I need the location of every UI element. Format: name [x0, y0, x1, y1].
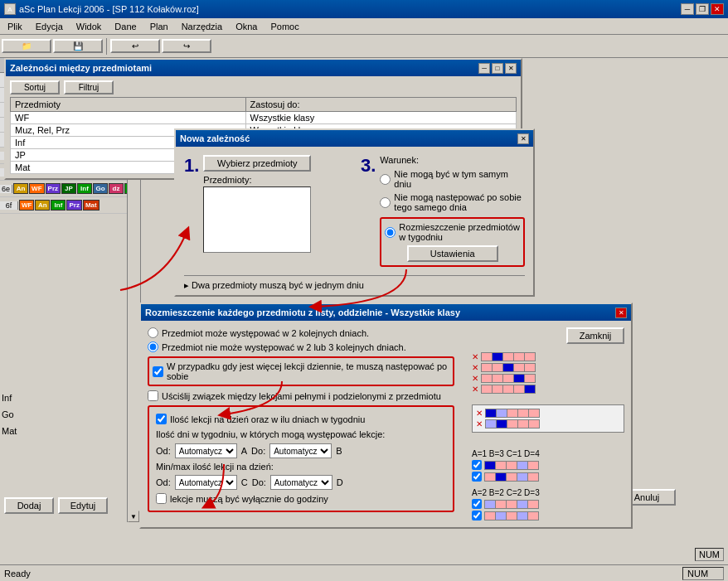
subject-box[interactable]: dz — [109, 183, 124, 194]
menu-edycja[interactable]: Edycja — [32, 21, 66, 32]
bot-check-3[interactable] — [472, 499, 482, 509]
dep-minimize[interactable]: ─ — [478, 63, 490, 74]
roz-radio2-input[interactable] — [148, 341, 158, 352]
dep-maximize[interactable]: □ — [492, 63, 503, 74]
scroll-down-button[interactable]: ▼ — [128, 511, 139, 522]
menu-okna[interactable]: Okna — [232, 21, 260, 32]
mini-cell — [528, 462, 538, 469]
roz-radio2[interactable]: Przedmiot nie może występować w 2 lub 3 … — [148, 341, 454, 352]
bot-row-1 — [472, 460, 624, 470]
menu-narzedzia[interactable]: Narzędzia — [178, 21, 226, 32]
od-do-ab-row: Od: Automatycz A Do: Automatycz B — [156, 443, 446, 458]
menu-widok[interactable]: Widok — [73, 21, 105, 32]
radio-nie-moga-dzien-input[interactable] — [380, 174, 391, 185]
roz-radio1-input[interactable] — [148, 327, 158, 338]
bot-check-4[interactable] — [472, 511, 482, 520]
check2-input[interactable] — [148, 390, 158, 401]
dodaj-button[interactable]: Dodaj — [4, 497, 54, 514]
toolbar-btn-3[interactable]: ↩ — [110, 39, 160, 53]
wybierz-button[interactable]: Wybierz przedmioty — [203, 155, 311, 172]
rozmieszczenie-box: Rozmieszczenie przedmiotów w tygodniu Us… — [380, 217, 525, 267]
toolbar-btn-1[interactable]: 📁 — [2, 39, 51, 53]
nowa-controls: ✕ — [517, 133, 529, 144]
cell-przedmiot: WF — [11, 112, 246, 124]
subject-box[interactable]: Go — [93, 183, 108, 194]
mini-cell — [514, 364, 524, 371]
od-label1: Od: — [156, 446, 171, 456]
przedmioty-list[interactable] — [203, 186, 311, 253]
mini-cell — [486, 420, 496, 428]
radio-nie-nastepowac-input[interactable] — [380, 197, 391, 208]
od-select-a[interactable]: Automatycz — [175, 443, 237, 458]
close-button[interactable]: ✕ — [711, 3, 724, 15]
zamknij-button[interactable]: Zamknij — [566, 327, 624, 344]
menu-dane[interactable]: Dane — [111, 21, 139, 32]
mini-grid-1 — [481, 352, 536, 361]
row-subjects: WF An Inf Prz Mat — [18, 199, 100, 211]
a-label: A — [241, 446, 247, 456]
ustawienia-button[interactable]: Ustawienia — [407, 245, 498, 262]
lekcje-musza-input[interactable] — [156, 493, 167, 504]
nowa-close-btn[interactable]: ✕ — [517, 133, 529, 144]
od-select-c[interactable]: Automatycz — [175, 475, 237, 490]
subject-box[interactable]: WF — [19, 200, 34, 211]
nowa-content: 1. Wybierz przedmioty Przedmioty: 3. War… — [176, 147, 533, 275]
num-panel: NUM — [682, 567, 724, 580]
menu-plik[interactable]: Plik — [4, 21, 26, 32]
check3-input[interactable] — [156, 414, 167, 424]
subject-box[interactable]: Prz — [46, 183, 61, 194]
grid-label-ab: A=1 B=3 C=1 D=4 — [472, 449, 624, 458]
subject-box[interactable]: Inf — [51, 200, 66, 211]
roz-close-x[interactable]: ✕ — [615, 307, 627, 318]
radio-nie-moga-dzien[interactable]: Nie mogą być w tym samym dniu — [380, 169, 525, 189]
bot-check-1[interactable] — [472, 460, 482, 470]
minmax-label: Min/max ilość lekcji na dzień: — [156, 462, 446, 472]
lekcje-musza[interactable]: lekcje muszą być wyłącznie do godziny — [156, 493, 446, 504]
radio-nie-nastepowac[interactable]: Nie mogą następować po sobie tego samego… — [380, 192, 525, 212]
mini-cell — [485, 473, 495, 481]
dep-title-text: Zależności między przedmiotami — [10, 63, 152, 73]
subject-box[interactable]: Mat — [83, 200, 99, 211]
dep-btn-sort[interactable]: Sortuj — [10, 80, 60, 94]
radio-rozmieszczenie[interactable]: Rozmieszczenie przedmiotów w tygodniu — [385, 222, 520, 242]
nowa-title-text: Nowa zależność — [180, 133, 250, 143]
check2[interactable]: Uściślij związek między lekcjami pełnymi… — [148, 390, 454, 401]
mini-cell — [517, 501, 527, 508]
dep-close[interactable]: ✕ — [505, 63, 517, 74]
middle-grid-section: ✕ ✕ — [472, 404, 624, 433]
minimize-button[interactable]: ─ — [681, 3, 694, 15]
grid-row-4: ✕ — [472, 385, 624, 394]
step1-section: 1. Wybierz przedmioty Przedmioty: — [184, 155, 348, 267]
subject-box[interactable]: Inf — [77, 183, 92, 194]
toolbar-btn-4[interactable]: ↪ — [162, 39, 211, 53]
check1-input[interactable] — [153, 366, 163, 377]
edytuj-button[interactable]: Edytuj — [58, 497, 108, 514]
maximize-button[interactable]: ❐ — [696, 3, 709, 15]
mini-cell — [497, 409, 507, 417]
check3[interactable]: Ilość lekcji na dzień oraz w ilu dniach … — [156, 414, 446, 424]
subject-box[interactable]: WF — [29, 183, 44, 194]
grid-label-cd: A=2 B=2 C=2 D=3 — [472, 488, 624, 497]
radio-rozmieszczenie-input[interactable] — [385, 227, 396, 238]
mini-grid-9 — [484, 500, 539, 509]
lekcje-musza-label: lekcje muszą być wyłącznie do godziny — [170, 494, 328, 504]
subject-box[interactable]: Prz — [66, 200, 81, 211]
bot-check-2[interactable] — [472, 472, 482, 482]
subject-box[interactable]: JP — [61, 183, 76, 194]
menu-plan[interactable]: Plan — [147, 21, 172, 32]
roz-radio1[interactable]: Przedmiot może występować w 2 kolejnych … — [148, 327, 454, 338]
do-select-d[interactable]: Automatycz — [270, 475, 332, 490]
roz-radio1-label: Przedmiot może występować w 2 kolejnych … — [162, 328, 369, 338]
roz-title-bar: Rozmieszczenie każdego przedmiotu z list… — [141, 304, 631, 321]
do-select-b[interactable]: Automatycz — [269, 443, 332, 458]
subject-box[interactable]: An — [35, 200, 50, 211]
dep-btn-filter[interactable]: Filtruj — [64, 80, 114, 94]
roz-radio-group: Przedmiot może występować w 2 kolejnych … — [148, 327, 454, 352]
x-icon-2: ✕ — [472, 363, 478, 372]
roz-dialog: Rozmieszczenie każdego przedmiotu z list… — [139, 303, 633, 529]
check1[interactable]: W przypadku gdy jest więcej lekcji dzien… — [153, 361, 449, 381]
menu-pomoc[interactable]: Pomoc — [267, 21, 302, 32]
mini-cell — [507, 473, 517, 481]
toolbar-btn-2[interactable]: 💾 — [53, 39, 103, 53]
subject-box[interactable]: An — [13, 183, 28, 194]
